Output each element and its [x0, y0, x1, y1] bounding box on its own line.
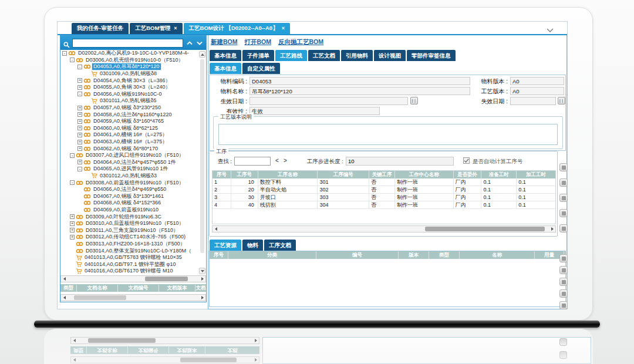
bom-action-link[interactable]: 打开BOM	[245, 38, 272, 47]
scroll-thumb[interactable]	[74, 295, 126, 300]
auto-calc-checkbox[interactable]	[463, 157, 470, 164]
scroll-down-arrow[interactable]	[199, 268, 205, 274]
resource-tab[interactable]: 物料	[242, 240, 263, 251]
find-next-button[interactable]: >	[284, 157, 287, 164]
tree-node[interactable]: D04067,A0,钢板 δ3*130*1461	[60, 193, 206, 200]
tree-horizontal-scrollbar[interactable]	[60, 275, 206, 282]
row-tool-button[interactable]	[559, 194, 568, 202]
process-table-row[interactable]: 3 30 开坡口 303 否 制作一班 厂内 0.1 0.1	[213, 194, 555, 201]
window-tab[interactable]: 我的任务-审签任务	[72, 23, 129, 34]
tree-expand-toggle[interactable]: +	[70, 228, 75, 232]
main-tab[interactable]: 基本信息	[210, 50, 241, 61]
scroll-left-arrow[interactable]	[61, 295, 68, 301]
process-table-row[interactable]: 1 10 数控下料 301 否 制作一班 厂内 0.1 0.1	[213, 178, 555, 186]
window-tab[interactable]: 工艺BOM设计 【D02002--A0--A0】 ×	[184, 23, 290, 34]
tree-node[interactable]: + D04055,A0,角钢 30×3（L=240）	[60, 84, 206, 91]
tree-node[interactable]: + D04057,A0,钢板 δ3*230*250	[60, 105, 206, 112]
main-tab[interactable]: 引用物料	[341, 50, 373, 61]
resource-tab[interactable]: 工序文档	[264, 240, 296, 251]
row-tool-button[interactable]	[559, 178, 568, 187]
process-table-row[interactable]: 2 20 半自动火焰 302 否 制作一班 厂内 0.1 0.1	[213, 186, 555, 194]
tree-node[interactable]: D04066,A0,法兰δ4*φ469*φ550	[60, 186, 206, 193]
tree-expand-toggle[interactable]: +	[77, 119, 82, 124]
tree-node[interactable]: + D04062,A0,钢板 δ6*80*170	[60, 145, 206, 152]
tree-expand-toggle[interactable]: +	[77, 78, 82, 83]
scroll-right-arrow[interactable]	[199, 276, 205, 282]
scroll-thumb[interactable]	[425, 227, 545, 231]
scroll-thumb[interactable]	[145, 277, 188, 281]
tree-expand-toggle[interactable]: -	[62, 51, 67, 56]
tree-expand-toggle[interactable]: -	[77, 65, 82, 69]
tree-node[interactable]: 0401013,A0,GB/T5783 镀锌螺栓 M10×35	[60, 254, 206, 261]
row-tool-button[interactable]	[559, 254, 568, 262]
tree-node[interactable]: + D04063,A0,槽钢 16#（L=375）	[60, 139, 206, 146]
collapse-chevron-icon[interactable]	[546, 25, 554, 31]
tree-vertical-scrollbar[interactable]	[198, 51, 205, 274]
tree-expand-toggle[interactable]: +	[70, 235, 75, 240]
tree-node[interactable]: - D03007,A0,进风口组件919No10（F510）	[60, 152, 206, 159]
row-tool-button[interactable]	[559, 163, 568, 171]
tree-expand-toggle[interactable]: +	[70, 221, 75, 226]
tree-expand-toggle[interactable]: -	[77, 92, 82, 96]
tree-expand-toggle[interactable]: +	[77, 85, 82, 90]
tree-node[interactable]: 0301009,A0,热轧钢板δ8	[60, 70, 206, 77]
row-tool-button[interactable]	[559, 266, 568, 274]
tree-node[interactable]: + D04060,A0,钢板 δ8*62*125	[60, 125, 206, 132]
row-tool-button[interactable]	[559, 301, 568, 309]
tree-node[interactable]: + D03011,A0,三角支架919No10（F510）	[60, 227, 206, 234]
tree-expand-toggle[interactable]: +	[77, 140, 82, 144]
tree-node[interactable]: - D03008,A0,前盖板组件919No10（F510）	[60, 179, 206, 186]
tree-node[interactable]: 0301011,A0,热轧钢板δ5	[60, 97, 206, 105]
tab-close-icon[interactable]: ×	[282, 26, 285, 31]
sub-tab[interactable]: 自定义属性	[242, 63, 280, 74]
tree-node[interactable]: - D03006,A0,机壳组件919No10-0（F510）	[60, 57, 206, 64]
main-tab[interactable]: 工艺路线	[275, 50, 307, 61]
document-horizontal-scrollbar[interactable]	[60, 294, 206, 301]
tree-expand-toggle[interactable]: +	[70, 214, 75, 219]
process-version-note-value[interactable]	[218, 124, 558, 145]
search-next-icon[interactable]	[195, 39, 203, 47]
tree-node[interactable]: + D04059,A0,钢板 δ3*160*4765	[60, 118, 206, 125]
tree-expand-toggle[interactable]: +	[77, 160, 82, 164]
calendar-icon[interactable]	[558, 97, 565, 105]
step-length-value[interactable]: 10	[346, 157, 454, 166]
tab-close-icon[interactable]: ×	[174, 26, 177, 31]
scroll-right-arrow[interactable]	[549, 226, 555, 232]
bom-action-link[interactable]: 新建BOM	[211, 38, 238, 47]
tree-node[interactable]: - D04053,A0,吊耳δ8*120*120	[60, 63, 206, 70]
bom-action-link[interactable]: 反向抛工艺BOM	[278, 38, 323, 47]
tree-node[interactable]: D03014,A0,整体支架919No10C-L0-Y180M（	[60, 247, 206, 254]
tree-expand-toggle[interactable]: -	[77, 167, 82, 171]
expire-date-value[interactable]	[510, 97, 556, 105]
row-tool-button[interactable]	[559, 224, 568, 232]
scroll-right-arrow[interactable]	[199, 295, 205, 301]
resource-tab[interactable]: 工艺资源	[210, 240, 241, 251]
tree-node[interactable]: D04068,A0,钢板 δ4*152*366	[60, 200, 206, 207]
material-version-value[interactable]: A0	[510, 77, 564, 85]
tree-expand-toggle[interactable]: -	[70, 153, 75, 158]
scroll-left-arrow[interactable]	[61, 276, 68, 282]
tree-search-input[interactable]	[72, 39, 183, 48]
tree-expand-toggle[interactable]: -	[70, 58, 75, 62]
tree-expand-toggle[interactable]: +	[77, 106, 82, 110]
tree-expand-toggle[interactable]: -	[70, 180, 75, 185]
tree-node[interactable]: 0401016,A0,GB/T6170 镀锌螺母 M10	[60, 268, 206, 275]
tree-node[interactable]: - D04056,A0,钢板919No10C-0	[60, 91, 206, 98]
main-tab[interactable]: 子件清单	[242, 50, 274, 61]
tree-expand-toggle[interactable]: +	[77, 112, 82, 117]
tree-node[interactable]: D03013,A0,FHZ200-16×18-1310（F500）	[60, 241, 206, 248]
tree-node[interactable]: + D03012,A0,传动组CT140水冷-765（F500)	[60, 234, 206, 241]
process-horizontal-scrollbar[interactable]	[212, 225, 556, 232]
validity-value[interactable]: 生效	[249, 107, 380, 115]
tree-node[interactable]: + D03009,A0,叶轮组件919No6.3C	[60, 213, 206, 220]
main-tab[interactable]: 设计视图	[374, 50, 406, 61]
calendar-icon[interactable]	[410, 97, 418, 105]
tree-node[interactable]: + D03010,A0,后盖板组件919No10（F510）	[60, 220, 206, 227]
material-name-value[interactable]: 吊耳δ8*120*120	[249, 87, 470, 95]
scroll-thumb[interactable]	[200, 59, 204, 253]
material-code-value[interactable]: D04053	[249, 77, 470, 85]
scroll-up-arrow[interactable]	[199, 51, 205, 58]
tree-expand-toggle[interactable]: +	[77, 126, 82, 130]
row-tool-button[interactable]	[559, 278, 568, 286]
effective-date-value[interactable]	[249, 97, 408, 105]
